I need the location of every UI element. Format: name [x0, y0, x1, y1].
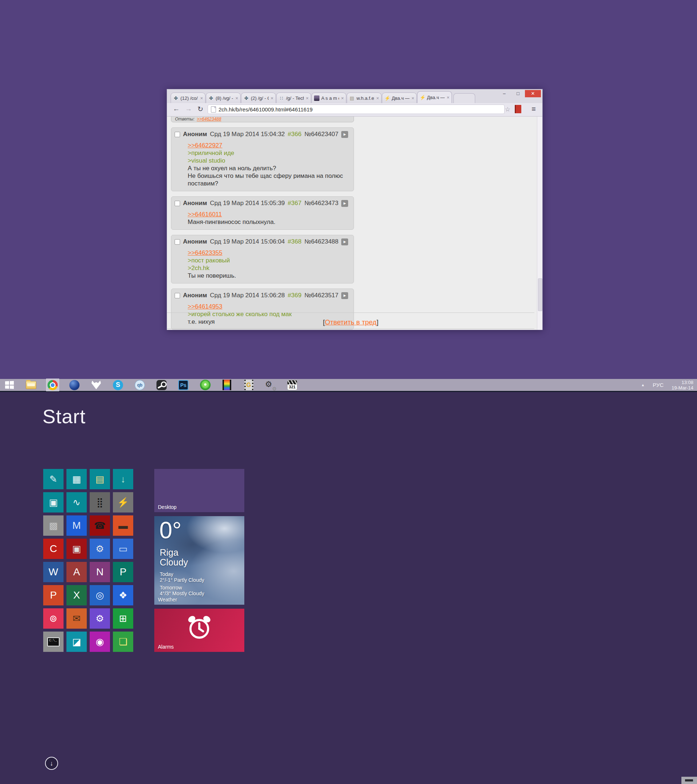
tile-ccleaner[interactable]: C: [43, 539, 64, 559]
reload-icon[interactable]: ↻: [198, 105, 203, 113]
tile-command-prompt[interactable]: C:\_: [43, 632, 64, 652]
tile-photos[interactable]: ◪: [66, 632, 87, 652]
post-checkbox[interactable]: [175, 239, 180, 245]
taskbar-rainbow-film[interactable]: [221, 379, 233, 391]
tile-mail-pouch[interactable]: ✉: [66, 608, 87, 629]
tile-lightning-app[interactable]: ⚡: [113, 492, 133, 512]
taskbar-qbittorrent[interactable]: qb: [133, 379, 146, 391]
tab-close-icon[interactable]: ×: [447, 95, 450, 100]
tile-malwarebytes[interactable]: M: [66, 516, 87, 536]
tab-close-icon[interactable]: ×: [306, 96, 308, 101]
taskbar-media-player-green[interactable]: [199, 379, 211, 391]
tile-system-monitor[interactable]: ∿: [66, 492, 87, 512]
reply-to-link[interactable]: >>64614953: [188, 303, 222, 310]
tab-close-icon[interactable]: ×: [235, 96, 238, 101]
all-apps-button[interactable]: ↓: [45, 757, 58, 770]
post-number[interactable]: №64623517: [304, 292, 338, 299]
maximize-button[interactable]: □: [511, 90, 525, 97]
tile-alarms[interactable]: Alarms: [154, 609, 244, 652]
post-ordinal-link[interactable]: #369: [288, 292, 302, 299]
post-number[interactable]: №64623473: [304, 199, 338, 207]
tile-network-tool[interactable]: ▣: [43, 492, 64, 512]
post-ordinal-link[interactable]: #368: [288, 238, 302, 245]
tab-close-icon[interactable]: ×: [200, 96, 203, 101]
post-checkbox[interactable]: [175, 201, 180, 206]
reply-to-link[interactable]: >>64616011: [188, 211, 222, 218]
forward-icon[interactable]: →: [185, 105, 192, 113]
language-indicator[interactable]: РУС: [653, 382, 664, 388]
tile-weather[interactable]: 0° Riga Cloudy Today 2°/-1° Partly Cloud…: [154, 516, 244, 605]
tile-phone-device[interactable]: ☎: [90, 516, 110, 536]
tile-powerpoint[interactable]: P: [43, 585, 64, 605]
tile-settings[interactable]: ⚙: [90, 608, 110, 629]
minimize-button[interactable]: –: [498, 90, 511, 97]
new-tab-button[interactable]: [453, 93, 475, 103]
taskbar-skype[interactable]: S: [112, 379, 124, 391]
tile-camera-app[interactable]: ⊚: [43, 608, 64, 629]
tray-expand-icon[interactable]: ▲: [641, 383, 645, 387]
tile-word[interactable]: W: [43, 562, 64, 582]
address-bar[interactable]: 2ch.hk/b/res/64610009.html#64611619: [208, 105, 504, 114]
tile-calculator[interactable]: ▦: [66, 469, 87, 489]
reply-map-link[interactable]: >>64623488: [197, 117, 221, 122]
reply-to-thread-link[interactable]: Ответить в тред: [325, 318, 376, 326]
tile-download-folder[interactable]: ↓: [113, 469, 133, 489]
tab-dvach-1[interactable]: ⚡ Два.ч — Г ×: [382, 92, 417, 103]
tile-file-explorer[interactable]: ▤: [90, 469, 110, 489]
url-text[interactable]: 2ch.hk/b/res/64610009.html#64611619: [219, 106, 313, 112]
tab-close-icon[interactable]: ×: [411, 96, 414, 101]
reply-to-link[interactable]: >>64622927: [188, 142, 222, 149]
tile-bricks-app[interactable]: ▩: [43, 516, 64, 536]
taskbar-media-player-classic[interactable]: 321: [286, 379, 298, 391]
tab-close-icon[interactable]: ×: [376, 96, 379, 101]
tab-g-board[interactable]: ✤ (2) /g/ - C ×: [241, 92, 276, 103]
post-number[interactable]: №64623407: [304, 131, 338, 138]
post-ordinal-link[interactable]: #367: [288, 199, 302, 207]
tab-asames[interactable]: A s a m e s ×: [311, 92, 346, 103]
post-number[interactable]: №64623488: [304, 238, 338, 245]
back-icon[interactable]: ←: [173, 105, 180, 113]
reply-to-link[interactable]: >>64623355: [188, 249, 222, 257]
tile-camera-magenta[interactable]: ◉: [90, 632, 110, 652]
expand-post-button[interactable]: ▶: [341, 292, 348, 299]
scrollbar[interactable]: [537, 117, 542, 330]
taskbar-clock[interactable]: 13:08 19-Mar-14: [672, 380, 694, 390]
post-ordinal-link[interactable]: #366: [288, 131, 302, 138]
tab-whaf-exe[interactable]: ▤ w.h.a.f.exe ×: [347, 92, 382, 103]
scrollbar-thumb[interactable]: [538, 278, 542, 311]
start-button[interactable]: [3, 379, 15, 391]
tile-desktop[interactable]: Desktop: [154, 469, 244, 512]
taskbar-file-explorer[interactable]: [25, 379, 37, 391]
tile-device-manager[interactable]: ▭: [113, 539, 133, 559]
taskbar-chrome[interactable]: [46, 379, 59, 391]
menu-icon[interactable]: ≡: [531, 105, 536, 113]
taskbar-foobar2000[interactable]: [90, 379, 102, 391]
tile-blackberry[interactable]: ⣿: [90, 492, 110, 512]
tab-dvach-2-active[interactable]: ⚡ Два.ч — Б ×: [417, 91, 452, 103]
tile-disc-drive[interactable]: ▬: [113, 516, 133, 536]
expand-post-button[interactable]: ▶: [341, 239, 348, 245]
close-button[interactable]: ✕: [525, 90, 541, 97]
tile-excel[interactable]: X: [66, 585, 87, 605]
tile-store[interactable]: ⊞: [113, 608, 133, 629]
taskbar-codec-settings[interactable]: ⚙⚙: [264, 379, 277, 391]
expand-post-button[interactable]: ▶: [341, 200, 348, 207]
taskbar-sphere-browser[interactable]: [68, 379, 81, 391]
taskbar-steam[interactable]: [155, 379, 168, 391]
tab-close-icon[interactable]: ×: [341, 96, 344, 101]
taskbar-film-encoder[interactable]: G: [242, 379, 255, 391]
tab-co-board[interactable]: ✤ (12) /co/ - ×: [171, 92, 206, 103]
post-checkbox[interactable]: [175, 132, 180, 137]
expand-post-button[interactable]: ▶: [341, 131, 348, 138]
tile-sticky-notes[interactable]: ❏: [113, 632, 133, 652]
tab-close-icon[interactable]: ×: [270, 96, 274, 101]
bookmark-star-icon[interactable]: ☆: [505, 105, 511, 113]
tile-publisher[interactable]: P: [113, 562, 133, 582]
tile-3d-vision[interactable]: ▣: [66, 539, 87, 559]
tab-vg-board[interactable]: ✤ (8) /vg/ - / ×: [206, 92, 241, 103]
tile-notepad[interactable]: ✎: [43, 469, 64, 489]
tile-onenote[interactable]: N: [90, 562, 110, 582]
taskbar-photoshop[interactable]: Ps: [177, 379, 189, 391]
extension-icon[interactable]: [515, 105, 521, 113]
tab-g-tech[interactable]: ∷ /g/ - Tech ×: [276, 92, 311, 103]
